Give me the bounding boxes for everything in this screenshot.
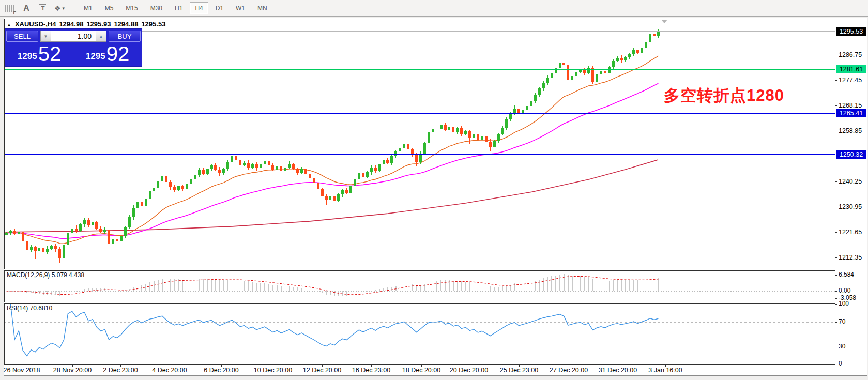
time-axis-label: 27 Dec 20:00 xyxy=(550,367,588,374)
buy-price-pips: 92 xyxy=(106,43,130,64)
sell-price[interactable]: 1295 52 xyxy=(5,42,73,65)
text-label-icon[interactable]: A xyxy=(20,2,33,15)
time-axis-label: 26 Nov 2018 xyxy=(4,367,40,374)
buy-price[interactable]: 1295 92 xyxy=(73,42,142,65)
cycle-lines-icon[interactable]: ❖ ▾ xyxy=(53,2,66,15)
hline-price-badge: 1250.32 xyxy=(836,150,866,159)
close-value: 1295.53 xyxy=(141,20,165,28)
timeframe-mn[interactable]: MN xyxy=(252,2,272,14)
sell-button[interactable]: SELL xyxy=(6,31,38,42)
toolbar-separator xyxy=(73,2,73,14)
rsi-axis-tick: 100 xyxy=(839,300,849,307)
text-object-icon[interactable]: T xyxy=(36,2,50,15)
buy-button[interactable]: BUY xyxy=(109,31,141,42)
toolbar: F A T ❖ ▾ M1M5M15M30H1H4D1W1MN xyxy=(0,0,868,17)
timeframe-d1[interactable]: D1 xyxy=(210,2,229,14)
rsi-indicator-label: RSI(14) 70.6810 xyxy=(7,305,52,312)
timeframe-m30[interactable]: M30 xyxy=(145,2,167,14)
period-separators-grid-icon[interactable]: F xyxy=(3,2,17,15)
macd-axis-tick: 0.00 xyxy=(839,287,850,294)
time-axis-label: 25 Dec 23:00 xyxy=(500,367,538,374)
timeframe-h1[interactable]: H1 xyxy=(170,2,188,14)
timeframe-w1[interactable]: W1 xyxy=(231,2,250,14)
price-axis-tick: 1258.85 xyxy=(839,127,862,134)
timeframe-m5[interactable]: M5 xyxy=(100,2,119,14)
low-value: 1294.88 xyxy=(114,20,138,28)
quote-header: ▲XAUUSD-,H41294.981295.931294.881295.53 xyxy=(7,20,169,28)
hline-price-badge: 1265.41 xyxy=(836,109,866,117)
time-axis-label: 12 Dec 20:00 xyxy=(303,367,341,374)
time-axis-label: 3 Jan 16:00 xyxy=(648,367,682,374)
price-axis-tick: 1268.15 xyxy=(839,102,862,109)
timeframe-m1[interactable]: M1 xyxy=(79,2,98,14)
hline-price-badge: 1281.61 xyxy=(836,65,866,73)
collapse-trade-panel-icon[interactable]: ▲ xyxy=(7,22,11,27)
volume-increase-button[interactable]: ▲ xyxy=(96,31,106,42)
current-price-badge: 1295.53 xyxy=(836,27,866,36)
time-axis-label: 18 Dec 20:00 xyxy=(402,367,440,374)
price-axis-tick: 1212.35 xyxy=(839,254,862,261)
macd-indicator-label: MACD(12,26,9) 5.079 4.438 xyxy=(7,271,84,279)
symbol-period-label: XAUUSD-,H4 xyxy=(15,20,56,28)
time-axis-label: 4 Dec 20:00 xyxy=(152,367,187,374)
terminal-window: F A T ❖ ▾ M1M5M15M30H1H4D1W1MN ▲XAUUSD-,… xyxy=(0,0,868,380)
timeframe-h4[interactable]: H4 xyxy=(190,2,208,14)
sell-price-big-figure: 1295 xyxy=(18,49,37,64)
timeframe-buttons: M1M5M15M30H1H4D1W1MN xyxy=(78,2,273,14)
time-axis-label: 20 Dec 20:00 xyxy=(450,367,488,374)
time-axis-label: 10 Dec 20:00 xyxy=(254,367,292,374)
time-axis-label: 28 Nov 20:00 xyxy=(53,367,92,374)
time-axis-label: 2 Dec 23:00 xyxy=(103,367,138,374)
buy-price-big-figure: 1295 xyxy=(86,49,105,64)
rsi-axis-tick: 0 xyxy=(839,360,842,367)
price-axis-tick: 1230.95 xyxy=(839,203,862,210)
dropdown-caret-icon: ▾ xyxy=(63,6,65,11)
high-value: 1295.93 xyxy=(86,20,111,28)
macd-axis-tick: 6.584 xyxy=(839,271,854,278)
rsi-axis-tick: 70 xyxy=(839,318,845,325)
open-value: 1294.98 xyxy=(59,20,83,28)
time-axis-label: 6 Dec 20:00 xyxy=(204,367,238,374)
chart-text-annotation[interactable]: 多空转折点1280 xyxy=(664,85,784,107)
price-axis-tick: 1221.65 xyxy=(839,229,862,236)
price-axis-tick: 1277.45 xyxy=(839,77,862,84)
volume-input[interactable]: 1.00 xyxy=(51,31,96,42)
sell-price-pips: 52 xyxy=(38,43,62,64)
timeframe-m15[interactable]: M15 xyxy=(120,2,143,14)
volume-decrease-button[interactable]: ▼ xyxy=(40,31,51,42)
time-axis-label: 16 Dec 23:00 xyxy=(352,367,390,374)
time-axis-label: 31 Dec 20:00 xyxy=(599,367,637,374)
price-axis-tick: 1240.25 xyxy=(839,178,862,185)
rsi-axis-tick: 30 xyxy=(839,343,845,350)
one-click-trading-panel: SELL ▼ 1.00 ▲ BUY 1295 52 1295 92 xyxy=(5,29,142,66)
price-axis-tick: 1286.75 xyxy=(839,51,862,58)
